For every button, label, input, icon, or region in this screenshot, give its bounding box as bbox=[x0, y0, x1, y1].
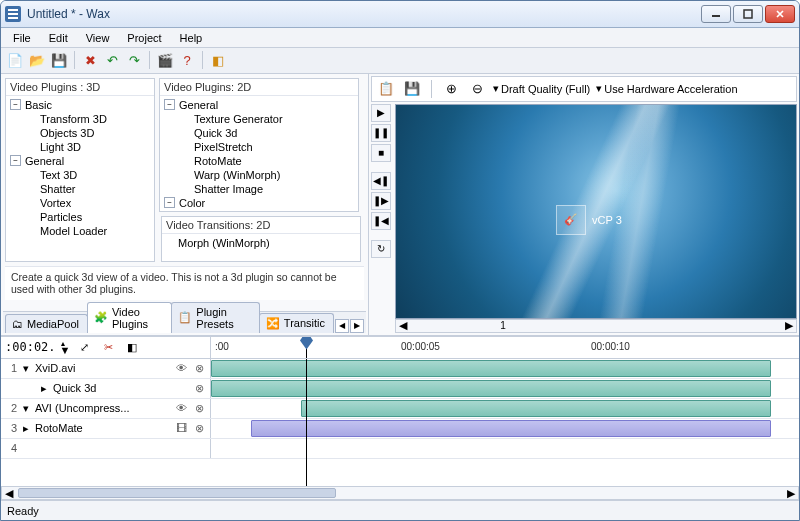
new-icon[interactable]: 📄 bbox=[5, 50, 25, 70]
track[interactable] bbox=[211, 379, 799, 398]
clip[interactable] bbox=[211, 360, 771, 377]
plugin-light3d[interactable]: Light 3D bbox=[10, 140, 154, 154]
wizard-icon[interactable]: ◧ bbox=[208, 50, 228, 70]
titlebar[interactable]: Untitled * - Wax bbox=[1, 1, 799, 28]
transition-morph[interactable]: Morph (WinMorph) bbox=[166, 236, 360, 250]
overlay-icon[interactable]: ◧ bbox=[122, 337, 142, 357]
timecode[interactable]: :00:02. bbox=[5, 340, 56, 354]
prev-frame-button[interactable]: ◀❚ bbox=[371, 172, 391, 190]
zoom-out-icon[interactable]: ⊖ bbox=[467, 79, 487, 99]
tab-mediapool[interactable]: 🗂MediaPool bbox=[5, 314, 88, 333]
plugin-texturegen[interactable]: Texture Generator bbox=[164, 112, 358, 126]
preview-nav[interactable]: ◀ 1 ▶ bbox=[395, 319, 797, 333]
save-frame-icon[interactable]: 💾 bbox=[402, 79, 422, 99]
play-button[interactable]: ▶ bbox=[371, 104, 391, 122]
menu-help[interactable]: Help bbox=[172, 30, 211, 46]
preview-viewport[interactable]: 🎸 vCP 3 bbox=[395, 104, 797, 319]
menu-project[interactable]: Project bbox=[119, 30, 169, 46]
scroll-right-icon[interactable]: ▶ bbox=[782, 319, 796, 332]
preview-selector[interactable]: 1 bbox=[410, 320, 596, 331]
plugin-warp[interactable]: Warp (WinMorph) bbox=[164, 168, 358, 182]
cut-icon[interactable]: ✂ bbox=[98, 337, 118, 357]
tab-plugin-presets[interactable]: 📋Plugin Presets bbox=[171, 302, 260, 333]
pause-button[interactable]: ❚❚ bbox=[371, 124, 391, 142]
track[interactable] bbox=[211, 419, 799, 438]
plugin-objects3d[interactable]: Objects 3D bbox=[10, 126, 154, 140]
tab-transitions[interactable]: 🔀Transitic bbox=[259, 313, 334, 333]
effect-name[interactable]: Quick 3d bbox=[53, 382, 170, 394]
timeline-tracks: 1▾XviD.avi👁⊗ ▸Quick 3d⊗ 2▾AVI (Uncompres… bbox=[1, 359, 799, 487]
goto-start-button[interactable]: ❚◀ bbox=[371, 212, 391, 230]
tab-scroll-left[interactable]: ◀ bbox=[335, 319, 349, 333]
tab-scroll-right[interactable]: ▶ bbox=[350, 319, 364, 333]
remove-icon[interactable]: ⊗ bbox=[192, 382, 206, 395]
plugin-shatter[interactable]: Shatter bbox=[10, 182, 154, 196]
playhead[interactable] bbox=[306, 337, 307, 358]
expand-toggle[interactable]: ▾ bbox=[21, 362, 31, 375]
clip[interactable] bbox=[251, 420, 771, 437]
timecode-spinner[interactable]: ▲▼ bbox=[60, 341, 71, 353]
track[interactable] bbox=[211, 399, 799, 418]
clip[interactable] bbox=[301, 400, 771, 417]
tree-group-basic[interactable]: −Basic bbox=[10, 98, 154, 112]
plugin-vortex[interactable]: Vortex bbox=[10, 196, 154, 210]
plugin-rotomate[interactable]: RotoMate bbox=[164, 154, 358, 168]
close-button[interactable] bbox=[765, 5, 795, 23]
zoom-selection-icon[interactable]: ⤢ bbox=[74, 337, 94, 357]
plugin-shatterimage[interactable]: Shatter Image bbox=[164, 182, 358, 196]
hw-accel-dropdown[interactable]: ▾ Use Hardware Acceleration bbox=[596, 82, 737, 95]
undo-icon[interactable]: ↶ bbox=[102, 50, 122, 70]
timeline-ruler[interactable]: :00 00:00:05 00:00:10 bbox=[211, 337, 799, 359]
scroll-left-icon[interactable]: ◀ bbox=[396, 319, 410, 332]
track[interactable] bbox=[211, 439, 799, 458]
zoom-in-icon[interactable]: ⊕ bbox=[441, 79, 461, 99]
track[interactable] bbox=[211, 359, 799, 378]
plugin-particles[interactable]: Particles bbox=[10, 210, 154, 224]
track-name[interactable]: AVI (Uncompress... bbox=[35, 402, 170, 414]
copy-frame-icon[interactable]: 📋 bbox=[376, 79, 396, 99]
plugin-chromakey[interactable]: Chroma Key bbox=[164, 210, 358, 211]
tree-group-color[interactable]: −Color bbox=[164, 196, 358, 210]
redo-icon[interactable]: ↷ bbox=[124, 50, 144, 70]
render-icon[interactable]: 🎬 bbox=[155, 50, 175, 70]
clip[interactable] bbox=[211, 380, 771, 397]
track-name[interactable]: XviD.avi bbox=[35, 362, 170, 374]
scroll-left-icon[interactable]: ◀ bbox=[2, 487, 16, 500]
menu-edit[interactable]: Edit bbox=[41, 30, 76, 46]
next-frame-button[interactable]: ❚▶ bbox=[371, 192, 391, 210]
delete-icon[interactable]: ✖ bbox=[80, 50, 100, 70]
stop-button[interactable]: ■ bbox=[371, 144, 391, 162]
plugin-pixelstretch[interactable]: PixelStretch bbox=[164, 140, 358, 154]
loop-button[interactable]: ↻ bbox=[371, 240, 391, 258]
svg-rect-1 bbox=[744, 10, 752, 18]
expand-toggle[interactable]: ▸ bbox=[39, 382, 49, 395]
minimize-button[interactable] bbox=[701, 5, 731, 23]
open-icon[interactable]: 📂 bbox=[27, 50, 47, 70]
tree-group-general2d[interactable]: −General bbox=[164, 98, 358, 112]
menu-file[interactable]: File bbox=[5, 30, 39, 46]
plugin-text3d[interactable]: Text 3D bbox=[10, 168, 154, 182]
remove-icon[interactable]: ⊗ bbox=[192, 422, 206, 435]
remove-icon[interactable]: ⊗ bbox=[192, 362, 206, 375]
tree-group-general3d[interactable]: −General bbox=[10, 154, 154, 168]
expand-toggle[interactable]: ▾ bbox=[21, 402, 31, 415]
plugin-transform3d[interactable]: Transform 3D bbox=[10, 112, 154, 126]
film-icon[interactable]: 🎞 bbox=[174, 422, 188, 434]
save-icon[interactable]: 💾 bbox=[49, 50, 69, 70]
timeline-hscroll[interactable]: ◀ ▶ bbox=[1, 486, 799, 500]
remove-icon[interactable]: ⊗ bbox=[192, 402, 206, 415]
expand-toggle[interactable]: ▸ bbox=[21, 422, 31, 435]
scrollbar-thumb[interactable] bbox=[18, 488, 336, 498]
scroll-right-icon[interactable]: ▶ bbox=[784, 487, 798, 500]
quality-dropdown[interactable]: ▾ Draft Quality (Full) bbox=[493, 82, 590, 95]
plugin-quick3d[interactable]: Quick 3d bbox=[164, 126, 358, 140]
preview-item[interactable]: 🎸 vCP 3 bbox=[556, 205, 622, 235]
tab-video-plugins[interactable]: 🧩Video Plugins bbox=[87, 302, 172, 333]
menu-view[interactable]: View bbox=[78, 30, 118, 46]
help-icon[interactable]: ? bbox=[177, 50, 197, 70]
plugin-modelloader[interactable]: Model Loader bbox=[10, 224, 154, 238]
maximize-button[interactable] bbox=[733, 5, 763, 23]
track-name[interactable]: RotoMate bbox=[35, 422, 170, 434]
eye-icon[interactable]: 👁 bbox=[174, 402, 188, 414]
eye-icon[interactable]: 👁 bbox=[174, 362, 188, 374]
